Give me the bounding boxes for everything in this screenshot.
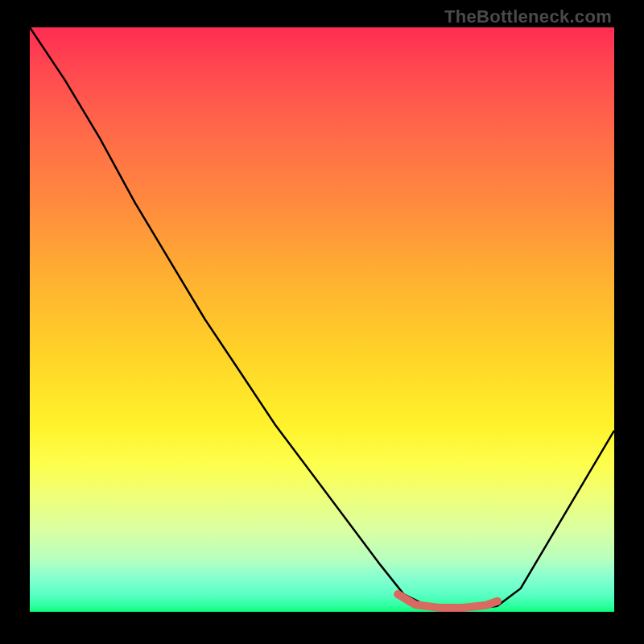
highlight-start-dot bbox=[394, 590, 402, 598]
chart-svg bbox=[30, 27, 614, 612]
attribution-label: TheBottleneck.com bbox=[444, 6, 612, 27]
chart-plot-area bbox=[30, 27, 614, 612]
highlight-end-dot bbox=[493, 597, 502, 605]
optimal-zone-highlight-line bbox=[398, 594, 497, 608]
bottleneck-curve-line bbox=[30, 27, 614, 609]
